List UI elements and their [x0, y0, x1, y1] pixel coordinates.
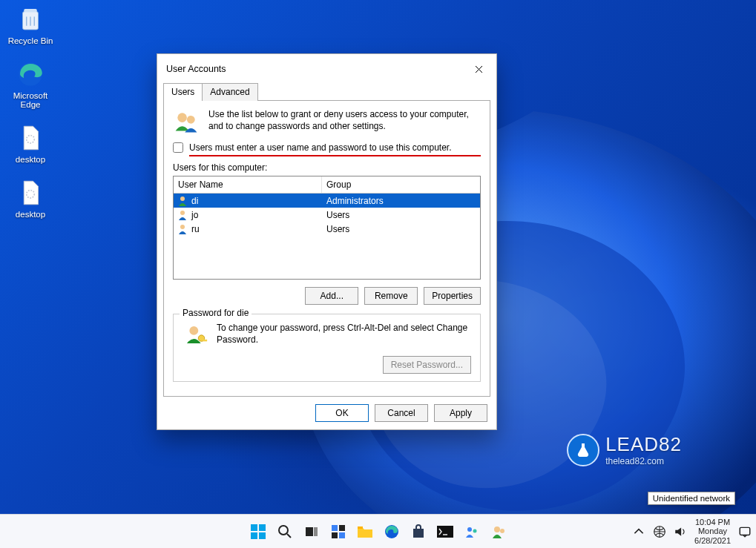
properties-button[interactable]: Properties: [424, 287, 481, 305]
svg-rect-14: [259, 524, 266, 531]
svg-point-9: [180, 225, 185, 229]
chevron-up-icon[interactable]: [632, 525, 645, 538]
dialog-titlebar[interactable]: User Accounts: [157, 54, 496, 82]
volume-icon[interactable]: [674, 525, 687, 538]
terminal-button[interactable]: [435, 521, 456, 542]
svg-point-8: [180, 211, 185, 215]
svg-rect-19: [314, 527, 318, 536]
svg-rect-24: [358, 526, 363, 529]
cell-username: jo: [191, 210, 322, 220]
edge-icon: [15, 59, 46, 90]
logo-sub: thelead82.com: [605, 456, 682, 466]
file-explorer-button[interactable]: [355, 521, 375, 542]
list-header: User Name Group: [174, 176, 480, 194]
edge-taskbar-button[interactable]: [381, 521, 402, 542]
svg-rect-15: [251, 532, 257, 539]
must-login-checkbox-row[interactable]: Users must enter a user name and passwor…: [173, 142, 481, 153]
windows-icon: [250, 524, 266, 540]
col-header-group[interactable]: Group: [322, 176, 480, 193]
ok-button[interactable]: OK: [315, 404, 369, 422]
desktop-icon-label: Microsoft Edge: [4, 91, 57, 109]
svg-point-17: [279, 526, 288, 535]
svg-rect-21: [339, 525, 345, 531]
svg-rect-23: [339, 532, 345, 538]
svg-point-28: [467, 527, 472, 532]
user-icon: [177, 223, 188, 235]
must-login-label: Users must enter a user name and passwor…: [189, 142, 452, 153]
watermark-logo: LEAD82 thelead82.com: [567, 433, 682, 466]
tab-users[interactable]: Users: [163, 83, 203, 101]
taskbar-center: [248, 521, 509, 542]
list-row[interactable]: di Administrators: [174, 194, 480, 208]
widgets-button[interactable]: [328, 521, 349, 542]
notifications-icon[interactable]: [738, 525, 752, 538]
svg-rect-16: [259, 532, 266, 539]
file-icon: [15, 122, 46, 153]
password-text: To change your password, press Ctrl-Alt-…: [217, 322, 471, 346]
apply-button[interactable]: Apply: [434, 404, 487, 422]
desktop-icon-label: desktop: [16, 210, 45, 219]
password-legend: Password for die: [180, 308, 252, 318]
network-tooltip: Unidentified network: [648, 492, 735, 505]
reset-password-button[interactable]: Reset Password...: [383, 356, 471, 374]
store-button[interactable]: [408, 521, 429, 542]
svg-point-31: [500, 529, 504, 533]
tray-time: 10:04 PM: [694, 518, 731, 527]
user-icon: [177, 195, 188, 207]
dialog-footer: OK Cancel Apply: [157, 397, 496, 429]
logo-name: LEAD82: [605, 433, 682, 456]
task-view-button[interactable]: [301, 521, 322, 542]
desktop-icon-label: desktop: [16, 155, 45, 164]
close-icon: [475, 65, 483, 73]
users-icon: [173, 108, 200, 135]
password-groupbox: Password for die To change your password…: [173, 314, 481, 382]
file-icon: [15, 177, 46, 208]
widgets-icon: [331, 524, 346, 539]
list-row[interactable]: jo Users: [174, 208, 480, 222]
tab-advanced[interactable]: Advanced: [202, 83, 257, 101]
svg-rect-26: [413, 529, 424, 538]
user-accounts-taskbar-button[interactable]: [488, 521, 509, 542]
must-login-checkbox[interactable]: [173, 142, 183, 153]
svg-rect-13: [251, 524, 257, 531]
search-button[interactable]: [275, 521, 295, 542]
network-icon[interactable]: [653, 525, 666, 538]
add-button[interactable]: Add...: [305, 287, 358, 305]
desktop-icon-recycle-bin[interactable]: Recycle Bin: [4, 4, 57, 45]
dialog-tabs: Users Advanced: [157, 82, 496, 100]
flask-icon: [567, 434, 599, 466]
desktop-icon-file-2[interactable]: desktop: [4, 177, 57, 219]
cancel-button[interactable]: Cancel: [375, 404, 428, 422]
desktop-icon-file-1[interactable]: desktop: [4, 122, 57, 164]
svg-point-10: [189, 326, 198, 335]
dialog-title: User Accounts: [166, 64, 226, 74]
col-header-username[interactable]: User Name: [174, 176, 322, 193]
cell-group: Administrators: [322, 196, 480, 206]
folder-icon: [357, 524, 373, 539]
tray-day: Monday: [694, 526, 731, 536]
tray-date: 6/28/2021: [694, 536, 731, 546]
people-icon: [464, 524, 479, 539]
highlight-underline: [189, 155, 481, 156]
svg-rect-27: [437, 526, 453, 538]
svg-rect-20: [332, 525, 338, 531]
cell-group: Users: [322, 224, 480, 234]
users-list-label: Users for this computer:: [173, 162, 481, 173]
start-button[interactable]: [248, 521, 269, 542]
svg-point-30: [494, 526, 500, 532]
cell-group: Users: [322, 210, 480, 220]
svg-rect-1: [24, 9, 37, 12]
close-button[interactable]: [470, 60, 487, 78]
users-listview[interactable]: User Name Group di Administrators jo Use…: [173, 176, 481, 280]
tray-clock[interactable]: 10:04 PM Monday 6/28/2021: [694, 518, 731, 546]
user-accounts-dialog: User Accounts Users Advanced Use the lis…: [157, 53, 497, 430]
svg-rect-33: [740, 527, 750, 535]
svg-rect-18: [306, 527, 313, 536]
key-user-icon: [183, 322, 208, 347]
list-row[interactable]: ru Users: [174, 222, 480, 236]
svg-point-7: [180, 197, 185, 201]
search-icon: [277, 524, 292, 539]
remove-button[interactable]: Remove: [364, 287, 418, 305]
desktop-icon-edge[interactable]: Microsoft Edge: [4, 59, 57, 109]
settings-taskbar-button[interactable]: [461, 521, 482, 542]
